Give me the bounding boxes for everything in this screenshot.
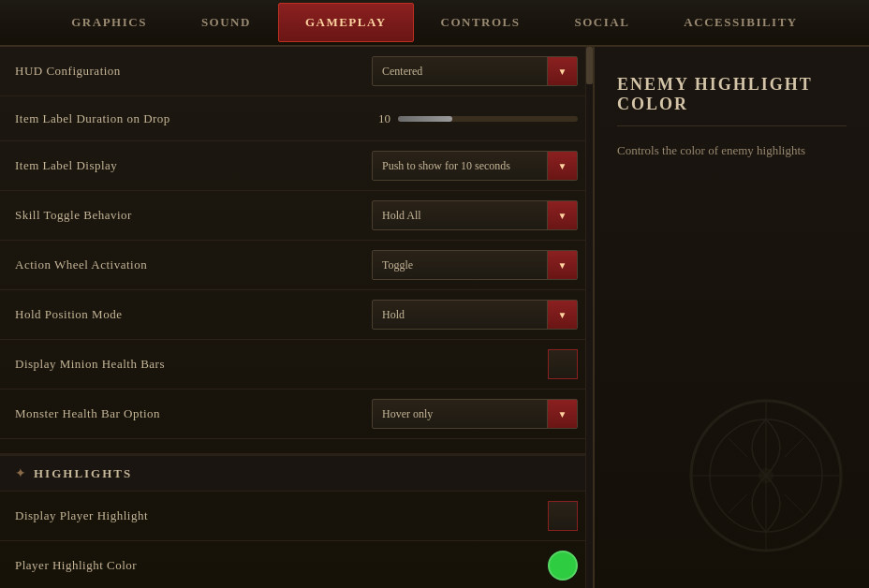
info-panel-description: Controls the color of enemy highlights [617,141,847,161]
player-highlight-color-row: Player Highlight Color [0,541,593,588]
highlights-section-header: ✦ HIGHLIGHTS [0,454,593,492]
nav-sound[interactable]: SOUND [174,3,278,42]
hud-config-value: Centered [373,65,547,79]
nav-accessibility[interactable]: ACCESSIBILITY [656,3,824,42]
display-minion-label: Display Minion Health Bars [15,357,165,372]
item-label-duration-label: Item Label Duration on Drop [15,111,170,126]
hold-position-row: Hold Position Mode Hold ▼ [0,290,593,340]
item-label-display-label: Item Label Display [15,158,117,173]
hud-config-row: HUD Configuration Centered ▼ [0,47,593,96]
display-player-highlight-checkbox[interactable] [548,501,578,531]
nav-graphics[interactable]: GRAPHICS [44,3,174,42]
monster-health-row: Monster Health Bar Option Hover only ▼ [0,390,593,439]
hud-config-arrow[interactable]: ▼ [547,57,577,85]
display-player-highlight-row: Display Player Highlight [0,492,593,541]
action-wheel-label: Action Wheel Activation [15,257,147,272]
info-panel: ENEMY HIGHLIGHT COLOR Controls the color… [595,47,869,588]
action-wheel-dropdown[interactable]: Toggle ▼ [372,250,578,280]
display-minion-checkbox[interactable] [548,349,578,379]
skill-toggle-arrow[interactable]: ▼ [547,201,577,229]
top-navigation: GRAPHICS SOUND GAMEPLAY CONTROLS SOCIAL … [0,0,869,47]
skill-toggle-row: Skill Toggle Behavior Hold All ▼ [0,191,593,241]
item-label-display-value: Push to show for 10 seconds [373,159,547,173]
action-wheel-value: Toggle [373,258,547,272]
hold-position-dropdown[interactable]: Hold ▼ [372,300,578,330]
player-highlight-color-swatch[interactable] [548,551,578,581]
skill-toggle-dropdown[interactable]: Hold All ▼ [372,200,578,230]
hold-position-value: Hold [373,308,547,322]
main-content: HUD Configuration Centered ▼ Item Label … [0,47,869,588]
monster-health-arrow[interactable]: ▼ [547,400,577,428]
settings-panel[interactable]: HUD Configuration Centered ▼ Item Label … [0,47,595,588]
display-minion-row: Display Minion Health Bars [0,340,593,390]
action-wheel-row: Action Wheel Activation Toggle ▼ [0,241,593,290]
monster-health-label: Monster Health Bar Option [15,406,160,421]
scrollbar-thumb[interactable] [586,47,593,84]
player-highlight-color-label: Player Highlight Color [15,558,137,573]
highlights-section-title: HIGHLIGHTS [34,466,132,481]
hold-position-arrow[interactable]: ▼ [547,301,577,329]
nav-gameplay[interactable]: GAMEPLAY [278,3,414,42]
skill-toggle-value: Hold All [373,209,547,223]
item-label-display-row: Item Label Display Push to show for 10 s… [0,141,593,191]
item-label-duration-row: Item Label Duration on Drop 10 [0,96,593,141]
highlights-section-icon: ✦ [15,465,26,481]
hud-config-label: HUD Configuration [15,64,121,79]
svg-point-2 [759,468,773,483]
item-label-duration-fill [398,116,452,122]
watermark-decoration [672,382,860,569]
player-highlight-color-container [548,551,578,581]
skill-toggle-label: Skill Toggle Behavior [15,208,132,223]
nav-controls[interactable]: CONTROLS [414,3,548,42]
scrollbar[interactable] [585,47,593,588]
info-panel-title: ENEMY HIGHLIGHT COLOR [617,75,847,126]
nav-social[interactable]: SOCIAL [548,3,657,42]
item-label-duration-control: 10 [372,111,578,126]
hold-position-label: Hold Position Mode [15,307,122,322]
item-label-display-dropdown[interactable]: Push to show for 10 seconds ▼ [372,151,578,181]
display-player-highlight-label: Display Player Highlight [15,508,148,523]
action-wheel-arrow[interactable]: ▼ [547,251,577,279]
item-label-display-arrow[interactable]: ▼ [547,152,577,180]
monster-health-value: Hover only [373,407,547,421]
hud-config-dropdown[interactable]: Centered ▼ [372,56,578,86]
item-label-duration-track[interactable] [398,116,578,122]
spacer [0,439,593,454]
monster-health-dropdown[interactable]: Hover only ▼ [372,399,578,429]
item-label-duration-value: 10 [372,111,390,126]
